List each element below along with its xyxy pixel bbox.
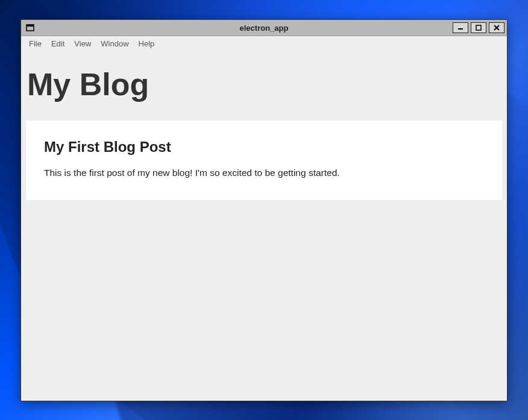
post-card: My First Blog Post This is the first pos… — [26, 121, 502, 200]
menu-edit[interactable]: Edit — [47, 38, 69, 49]
maximize-button[interactable] — [471, 22, 486, 33]
window-controls — [453, 22, 504, 33]
menu-file[interactable]: File — [25, 38, 46, 49]
content-area: My Blog My First Blog Post This is the f… — [21, 51, 507, 401]
app-window: electron_app File Edit View Window Help … — [20, 19, 508, 401]
post-title: My First Blog Post — [44, 139, 484, 155]
page-title: My Blog — [26, 66, 502, 102]
menu-view[interactable]: View — [70, 38, 95, 49]
menu-window[interactable]: Window — [96, 38, 133, 49]
window-title: electron_app — [21, 24, 507, 33]
post-body: This is the first post of my new blog! I… — [44, 166, 484, 180]
minimize-button[interactable] — [453, 22, 468, 33]
svg-rect-3 — [476, 25, 481, 30]
svg-rect-1 — [27, 25, 34, 27]
app-icon — [25, 23, 35, 33]
menubar: File Edit View Window Help — [21, 36, 507, 51]
titlebar[interactable]: electron_app — [21, 20, 507, 36]
menu-help[interactable]: Help — [134, 38, 159, 49]
close-button[interactable] — [489, 22, 504, 33]
